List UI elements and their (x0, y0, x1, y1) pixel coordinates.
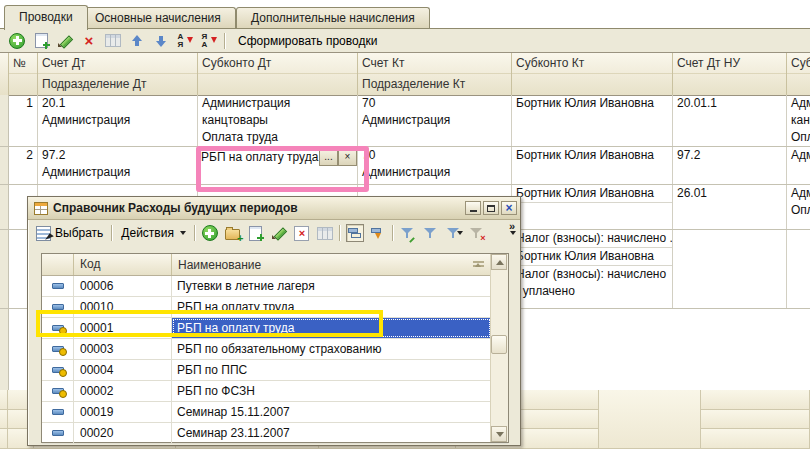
select-button[interactable]: Выбрать (33, 225, 106, 242)
end-edit-button[interactable] (316, 224, 334, 242)
list-item-code[interactable]: 00010 (74, 297, 172, 317)
list-item[interactable]: 00004РБП по ППС (42, 360, 508, 381)
clear-button[interactable]: × (338, 149, 357, 166)
subconto-nu-cell[interactable]: Администрация (787, 147, 810, 184)
subconto-nu-cell[interactable] (787, 230, 810, 308)
clear-filter-button[interactable]: × (468, 224, 486, 242)
list-item-name[interactable]: РБП на оплату труда (172, 297, 491, 317)
list-item-code[interactable]: 00001 (74, 318, 172, 338)
move-up-button[interactable] (128, 32, 146, 50)
actions-button[interactable]: Действия (118, 225, 189, 241)
acct-kt-cell[interactable]: 70Администрация (358, 147, 512, 184)
tab-postings[interactable]: Проводки (4, 5, 88, 30)
posting-row[interactable]: 120.1АдминистрацияАдминистрацияканцтовар… (0, 95, 810, 147)
grid-header-subconto-nu[interactable]: Субконто (787, 53, 810, 95)
list-item[interactable]: 00001РБП на оплату труда (42, 318, 508, 339)
posting-row[interactable]: 297.2АдминистрацияРБП на оплату труда...… (0, 147, 810, 185)
list-item-code[interactable]: 00004 (74, 360, 172, 380)
list-item[interactable]: 00002РБП по ФСЗН (42, 381, 508, 402)
subconto-nu-cell[interactable]: АдминистрацияканцтоварыОплата труда (787, 95, 810, 146)
copy-button[interactable] (247, 224, 265, 242)
grid-header-acct-dt[interactable]: Счет ДтПодразделение Дт (38, 53, 198, 95)
acct-dt-nu-cell[interactable]: 20.01.1 (673, 95, 787, 146)
toolbar-overflow-button[interactable]: » (508, 221, 516, 235)
hierarchy-view-button[interactable] (346, 224, 364, 242)
list-item-name[interactable]: Семинар 15.11.2007 (172, 402, 491, 422)
acct-dt-cell[interactable]: 97.2Администрация (38, 147, 198, 184)
row-margin-cell (0, 230, 9, 308)
window-titlebar[interactable]: Справочник Расходы будущих периодов × (28, 197, 520, 220)
tab-main-accruals[interactable]: Основные начисления (80, 7, 236, 28)
add-group-button[interactable] (224, 224, 242, 242)
sort-asc-button[interactable]: АЯ (176, 32, 194, 50)
add-button[interactable] (201, 224, 219, 242)
list-item[interactable]: 00019Семинар 15.11.2007 (42, 402, 508, 423)
list-item[interactable]: 00010РБП на оплату труда (42, 297, 508, 318)
maximize-button[interactable] (483, 201, 499, 215)
acct-dt-cell[interactable]: 20.1Администрация (38, 95, 198, 146)
row-margin-cell (0, 95, 9, 146)
subconto-edit-control[interactable]: РБП на оплату труда...× (198, 147, 357, 167)
list-item-code[interactable]: 00019 (74, 402, 172, 422)
list-item[interactable]: 00003РБП по обязательному страхованию (42, 339, 508, 360)
move-down-icon (154, 34, 168, 48)
row-number-cell[interactable]: 2 (9, 147, 38, 184)
list-item-code[interactable]: 00003 (74, 339, 172, 359)
tab-additional-accruals[interactable]: Дополнительные начисления (236, 7, 430, 28)
filter-button[interactable] (422, 224, 440, 242)
scroll-up-button[interactable] (491, 254, 507, 270)
sort-desc-icon: ЯА (201, 33, 218, 49)
list-header-code[interactable]: Код (74, 254, 172, 275)
scrollbar-thumb[interactable] (491, 335, 507, 354)
acct-dt-cell-line: 20.1 (38, 95, 197, 112)
subconto-kt-cell[interactable]: Бортник Юлия Ивановна (512, 185, 673, 229)
minimize-button[interactable] (465, 201, 481, 215)
copy-button[interactable] (32, 32, 50, 50)
edit-button[interactable] (56, 32, 74, 50)
list-item-name[interactable]: РБП по ФСЗН (172, 381, 491, 401)
acct-dt-nu-cell[interactable] (673, 230, 787, 308)
grid-header-acct-kt[interactable]: Счет КтПодразделение Кт (358, 53, 512, 95)
list-header-name[interactable]: Наименование (172, 254, 508, 275)
subconto-nu-cell[interactable]: АдминистрацияОплата труда (787, 185, 810, 229)
row-number-cell[interactable]: 1 (9, 95, 38, 146)
grid-header-subconto-kt[interactable]: Субконто Кт (512, 53, 673, 95)
delete-button[interactable]: × (293, 224, 311, 242)
list-item-name[interactable]: РБП по ППС (172, 360, 491, 380)
add-button[interactable] (8, 32, 26, 50)
form-postings-button[interactable]: Сформировать проводки (238, 34, 377, 48)
list-item-name[interactable]: РБП на оплату труда (172, 318, 491, 338)
acct-dt-nu-cell[interactable]: 26.01 (673, 185, 787, 229)
ellipsis-button[interactable]: ... (319, 149, 338, 166)
delete-button[interactable]: × (80, 32, 98, 50)
close-button[interactable]: × (501, 201, 517, 215)
level-down-button[interactable] (369, 224, 387, 242)
grid-header-acct-dt-nu[interactable]: Счет Дт НУ (673, 53, 787, 95)
scroll-down-button[interactable] (491, 426, 507, 442)
subconto-kt-cell[interactable]: Бортник Юлия Ивановна (512, 95, 673, 146)
subconto-dt-cell[interactable]: РБП на оплату труда...× (198, 147, 358, 184)
edit-button[interactable] (270, 224, 288, 242)
grid-header-subconto-dt[interactable]: Субконто Дт (198, 53, 358, 95)
list-item-name[interactable]: Семинар 23.11.2007 (172, 423, 491, 443)
list-item-name[interactable]: РБП по обязательному страхованию (172, 339, 491, 359)
vertical-scrollbar[interactable] (490, 254, 508, 442)
list-item-code[interactable]: 00020 (74, 423, 172, 443)
grid-header-num[interactable]: № (9, 53, 38, 95)
move-down-button[interactable] (152, 32, 170, 50)
filter-history-button[interactable] (445, 224, 463, 242)
subconto-kt-cell[interactable]: Налог (взносы): начислено ...Бортник Юли… (512, 230, 673, 308)
acct-kt-cell[interactable]: 70Администрация (358, 95, 512, 146)
list-item-code[interactable]: 00006 (74, 276, 172, 296)
end-edit-button[interactable] (104, 32, 122, 50)
filter-by-value-button[interactable] (399, 224, 417, 242)
subconto-edit-input[interactable]: РБП на оплату труда (198, 150, 319, 164)
list-item-code[interactable]: 00002 (74, 381, 172, 401)
list-item[interactable]: 00006Путевки в летние лагеря (42, 276, 508, 297)
sort-desc-button[interactable]: ЯА (200, 32, 218, 50)
list-item-name[interactable]: Путевки в летние лагеря (172, 276, 491, 296)
acct-dt-nu-cell[interactable]: 97.2 (673, 147, 787, 184)
subconto-dt-cell[interactable]: АдминистрацияканцтоварыОплата труда (198, 95, 358, 146)
subconto-kt-cell[interactable]: Бортник Юлия Ивановна (512, 147, 673, 184)
list-item[interactable]: 00020Семинар 23.11.2007 (42, 423, 508, 444)
